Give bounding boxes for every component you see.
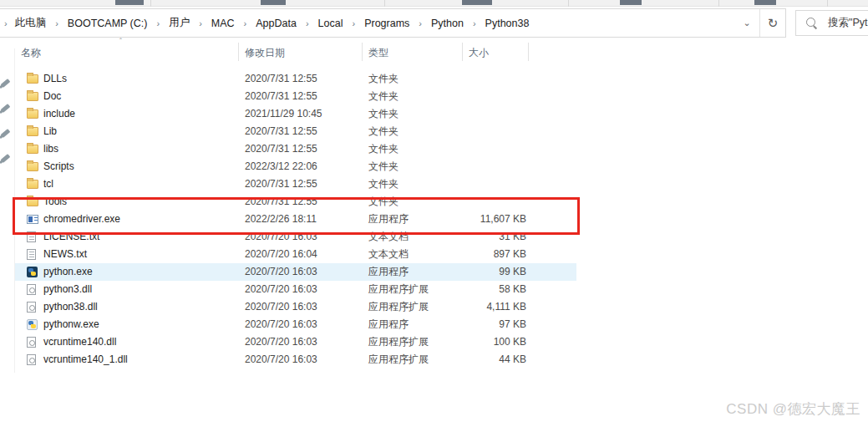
breadcrumb-local[interactable]: Local xyxy=(315,15,347,32)
file-name: DLLs xyxy=(43,70,67,88)
file-list: DLLs 2020/7/31 12:55 文件夹 Doc 2020/7/31 1… xyxy=(15,70,576,369)
file-size: 4,111 KB xyxy=(455,298,526,316)
chevron-right-icon: › xyxy=(193,18,208,28)
column-header-date[interactable]: 修改日期 xyxy=(245,46,285,60)
file-date: 2020/7/31 12:55 xyxy=(245,140,317,158)
file-type: 应用程序扩展 xyxy=(368,333,429,351)
folder-icon xyxy=(27,197,38,206)
breadcrumb-users[interactable]: 用户 xyxy=(165,13,193,33)
file-type: 应用程序扩展 xyxy=(368,298,429,316)
search-text: 搜索"Pyt xyxy=(828,16,868,30)
file-type: 文件夹 xyxy=(368,105,398,123)
file-date: 2022/3/12 22:06 xyxy=(245,158,317,175)
table-row[interactable]: python38.dll 2020/7/20 16:03 应用程序扩展 4,11… xyxy=(15,298,576,316)
breadcrumb-bootcamp-c[interactable]: BOOTCAMP (C:) xyxy=(64,15,151,32)
table-row[interactable]: tcl 2020/7/31 12:55 文件夹 xyxy=(15,175,576,193)
refresh-button[interactable]: ↻ xyxy=(760,9,785,37)
file-date: 2020/7/20 16:03 xyxy=(245,298,317,316)
breadcrumb-python38[interactable]: Python38 xyxy=(482,15,533,32)
file-date: 2020/7/31 12:55 xyxy=(245,70,317,88)
chevron-right-icon: › xyxy=(150,18,165,28)
table-row[interactable]: vcruntime140_1.dll 2020/7/20 16:03 应用程序扩… xyxy=(15,351,576,369)
file-name: python38.dll xyxy=(43,298,98,316)
breadcrumb-this-pc[interactable]: 此电脑 xyxy=(12,13,50,33)
background-window-edge xyxy=(0,0,868,7)
breadcrumb: › 此电脑 › BOOTCAMP (C:) › 用户 › MAC › AppDa… xyxy=(0,13,734,33)
table-row[interactable]: Tools 2020/7/31 12:55 文件夹 xyxy=(15,193,576,211)
chevron-right-icon: › xyxy=(413,18,428,28)
chevron-right-icon: › xyxy=(238,18,253,28)
file-date: 2020/7/20 16:03 xyxy=(245,333,317,351)
table-row-python-exe-selected[interactable]: python.exe 2020/7/20 16:03 应用程序 99 KB xyxy=(15,263,576,281)
table-row[interactable]: vcruntime140.dll 2020/7/20 16:03 应用程序扩展 … xyxy=(15,333,576,351)
file-date: 2020/7/20 16:03 xyxy=(245,228,317,246)
pythonw-icon xyxy=(27,319,38,330)
address-dropdown-icon[interactable]: ⌄ xyxy=(734,18,759,28)
file-type: 应用程序扩展 xyxy=(368,281,429,298)
breadcrumb-mac[interactable]: MAC xyxy=(208,15,238,32)
text-file-icon xyxy=(27,231,36,242)
table-row[interactable]: Doc 2020/7/31 12:55 文件夹 xyxy=(15,88,576,105)
pin-icon xyxy=(1,129,11,138)
table-row[interactable]: include 2021/11/29 10:45 文件夹 xyxy=(15,105,576,123)
file-type: 文件夹 xyxy=(368,158,398,175)
chevron-right-icon: › xyxy=(346,18,361,28)
file-name: vcruntime140_1.dll xyxy=(43,351,128,369)
file-size: 58 KB xyxy=(455,281,526,298)
file-type: 应用程序 xyxy=(368,263,409,281)
column-divider[interactable] xyxy=(362,43,363,61)
folder-icon xyxy=(27,180,38,189)
watermark: CSDN @德宏大魔王 xyxy=(726,399,860,419)
file-size: 100 KB xyxy=(455,333,526,351)
file-type: 文件夹 xyxy=(368,140,398,158)
column-divider[interactable] xyxy=(238,43,239,61)
python-icon xyxy=(27,267,38,277)
file-date: 2020/7/31 12:55 xyxy=(245,193,317,211)
file-type: 文本文档 xyxy=(368,228,409,246)
file-size: 897 KB xyxy=(455,246,526,263)
file-name: chromedriver.exe xyxy=(43,211,120,228)
table-row[interactable]: NEWS.txt 2020/7/20 16:04 文本文档 897 KB xyxy=(15,246,576,263)
breadcrumb-programs[interactable]: Programs xyxy=(361,15,413,32)
column-header-type[interactable]: 类型 xyxy=(368,46,388,60)
file-type: 应用程序扩展 xyxy=(368,351,429,369)
table-row[interactable]: python3.dll 2020/7/20 16:03 应用程序扩展 58 KB xyxy=(15,281,576,298)
file-name: NEWS.txt xyxy=(43,246,87,263)
table-row[interactable]: libs 2020/7/31 12:55 文件夹 xyxy=(15,140,576,158)
file-name: python.exe xyxy=(43,263,93,281)
file-date: 2020/7/31 12:55 xyxy=(245,175,317,193)
table-row[interactable]: Scripts 2022/3/12 22:06 文件夹 xyxy=(15,158,576,175)
search-input[interactable]: 搜索"Pyt xyxy=(795,10,868,36)
dll-file-icon xyxy=(27,354,36,365)
application-icon xyxy=(27,215,38,224)
table-row[interactable]: Lib 2020/7/31 12:55 文件夹 xyxy=(15,123,576,140)
breadcrumb-python[interactable]: Python xyxy=(428,15,467,32)
column-header-name[interactable]: 名称 xyxy=(21,46,41,60)
column-divider[interactable] xyxy=(528,43,529,61)
breadcrumb-appdata[interactable]: AppData xyxy=(252,15,300,32)
file-name: pythonw.exe xyxy=(43,316,99,333)
folder-icon xyxy=(27,92,38,101)
table-row-chromedriver[interactable]: chromedriver.exe 2022/2/26 18:11 应用程序 11… xyxy=(15,211,576,228)
file-date: 2020/7/20 16:03 xyxy=(245,351,317,369)
file-type: 文件夹 xyxy=(368,175,398,193)
table-row[interactable]: DLLs 2020/7/31 12:55 文件夹 xyxy=(15,70,576,88)
folder-icon xyxy=(27,74,38,84)
chevron-right-icon: › xyxy=(49,18,64,28)
table-row[interactable]: pythonw.exe 2020/7/20 16:03 应用程序 97 KB xyxy=(15,316,576,333)
file-type: 文件夹 xyxy=(368,193,398,211)
file-name: include xyxy=(43,105,75,123)
pin-icon xyxy=(1,79,11,88)
folder-icon xyxy=(27,127,38,136)
refresh-icon: ↻ xyxy=(768,16,779,31)
address-bar[interactable]: › 此电脑 › BOOTCAMP (C:) › 用户 › MAC › AppDa… xyxy=(0,8,786,38)
chevron-right-icon: › xyxy=(3,18,12,28)
column-header-size[interactable]: 大小 xyxy=(469,46,489,60)
file-size: 97 KB xyxy=(455,316,526,333)
file-type: 文件夹 xyxy=(368,88,398,105)
table-row[interactable]: LICENSE.txt 2020/7/20 16:03 文本文档 31 KB xyxy=(15,228,576,246)
column-divider[interactable] xyxy=(462,43,463,61)
file-name: vcruntime140.dll xyxy=(43,333,116,351)
chevron-right-icon: › xyxy=(467,18,482,28)
file-name: Lib xyxy=(43,123,57,140)
